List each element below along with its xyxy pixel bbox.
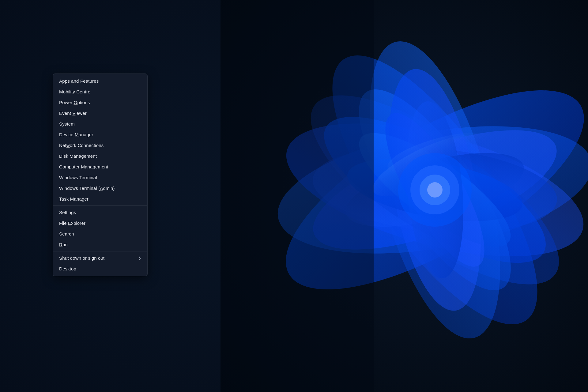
context-menu: Apps and Features Mobility Centre Power … [53, 74, 148, 276]
bloom-svg [221, 0, 588, 392]
menu-item-system[interactable]: System [53, 119, 147, 129]
menu-item-run[interactable]: Run [53, 239, 147, 250]
menu-item-mobility-centre[interactable]: Mobility Centre [53, 86, 147, 97]
menu-divider-1 [53, 205, 147, 206]
menu-item-windows-terminal-admin[interactable]: Windows Terminal (Admin) [53, 183, 147, 194]
menu-item-computer-management[interactable]: Computer Management [53, 161, 147, 172]
menu-item-label: File Explorer [59, 221, 85, 226]
menu-item-label: Computer Management [59, 164, 108, 169]
menu-item-label: System [59, 121, 75, 126]
svg-point-22 [427, 182, 443, 198]
menu-item-power-options[interactable]: Power Options [53, 97, 147, 108]
menu-item-network-connections[interactable]: Network Connections [53, 140, 147, 151]
menu-item-desktop[interactable]: Desktop [53, 263, 147, 274]
submenu-chevron-icon: ❯ [138, 256, 141, 260]
menu-item-label: Shut down or sign out [59, 255, 104, 261]
menu-item-label: Apps and Features [59, 78, 99, 84]
menu-item-shut-down[interactable]: Shut down or sign out ❯ [53, 253, 147, 263]
menu-item-label: Network Connections [59, 143, 104, 148]
menu-item-label: Windows Terminal [59, 175, 97, 180]
menu-item-label: Mobility Centre [59, 89, 90, 94]
menu-item-label: Device Manager [59, 132, 93, 137]
menu-item-apps-features[interactable]: Apps and Features [53, 76, 147, 86]
menu-item-windows-terminal[interactable]: Windows Terminal [53, 172, 147, 183]
menu-item-event-viewer[interactable]: Event Viewer [53, 108, 147, 119]
menu-item-search[interactable]: Search [53, 228, 147, 239]
menu-item-label: Power Options [59, 100, 90, 105]
menu-item-label: Task Manager [59, 196, 89, 202]
menu-item-device-manager[interactable]: Device Manager [53, 129, 147, 140]
menu-item-label: Desktop [59, 266, 76, 271]
menu-item-settings[interactable]: Settings [53, 207, 147, 218]
svg-rect-23 [221, 0, 374, 392]
menu-item-label: Event Viewer [59, 111, 87, 116]
menu-item-task-manager[interactable]: Task Manager [53, 194, 147, 204]
menu-divider-2 [53, 251, 147, 251]
menu-item-label: Search [59, 231, 74, 236]
menu-item-label: Disk Management [59, 153, 97, 159]
menu-item-label: Windows Terminal (Admin) [59, 186, 115, 191]
menu-item-disk-management[interactable]: Disk Management [53, 151, 147, 161]
menu-item-file-explorer[interactable]: File Explorer [53, 218, 147, 228]
menu-item-label: Run [59, 242, 68, 247]
menu-item-label: Settings [59, 210, 76, 215]
